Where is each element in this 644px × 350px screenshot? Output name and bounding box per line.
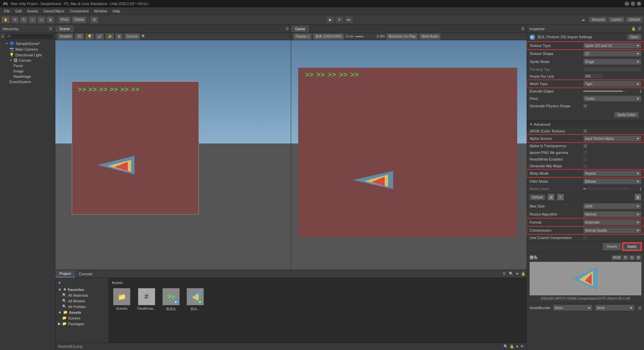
compression-dropdown[interactable]: Normal Quality ▼ (583, 227, 641, 233)
hierarchy-menu-icon[interactable]: ☰ (49, 26, 52, 31)
max-size-dropdown[interactable]: 2048 ▼ (583, 203, 641, 209)
maximize-on-play-btn[interactable]: Maximize On Play (386, 33, 418, 40)
menu-window[interactable]: Window (91, 8, 110, 14)
sidebar-all-materials[interactable]: 🔍 All Materials (57, 292, 107, 298)
project-tab[interactable]: Project (55, 270, 75, 278)
toolbar-rect[interactable]: ▭ (38, 16, 45, 23)
sidebar-packages[interactable]: ▶ 📁 Packages (57, 321, 107, 327)
expand-icon[interactable]: ⇲ (637, 305, 641, 310)
hierarchy-item-panel[interactable]: Panel (0, 63, 55, 68)
assetbundle-variant-dropdown[interactable]: None ▼ (595, 305, 635, 311)
asset-arrow[interactable]: ▶ 箭头... (185, 287, 205, 313)
pause-btn[interactable]: ⏸ (335, 16, 343, 23)
custom-btn[interactable]: ⚙ (91, 16, 98, 23)
eye-icon[interactable]: 👁 (520, 344, 524, 349)
filter-mode-dropdown[interactable]: Bilinear ▼ (583, 178, 641, 184)
account-dropdown[interactable]: Account (589, 17, 607, 22)
hierarchy-item-canvas[interactable]: ▼ 🖼 Canvas (0, 58, 55, 63)
sidebar-all-models[interactable]: 🔍 All Models (57, 298, 107, 304)
sidebar-assets[interactable]: ▼ 📁 Assets (57, 309, 107, 315)
apply-btn[interactable]: Apply (623, 243, 641, 250)
project-icon3[interactable]: 🔒 (520, 272, 527, 276)
toolbar-transform[interactable]: ⊕ (47, 16, 54, 23)
menu-assets[interactable]: Assets (24, 8, 41, 14)
packing-tag-input[interactable] (583, 67, 641, 72)
game-tab[interactable]: Game (291, 25, 310, 32)
close-btn[interactable]: ✕ (637, 1, 641, 6)
hierarchy-item-directionallight[interactable]: 💡 Directional Light (0, 52, 55, 58)
scene-audio-btn[interactable]: 🔊 (95, 33, 104, 40)
monitor-icon[interactable]: 🖥 (548, 194, 554, 200)
toolbar-rotate[interactable]: ↻ (20, 16, 28, 23)
hierarchy-item-eventsystem[interactable]: EventSystem (0, 79, 55, 84)
step-btn[interactable]: ⏭ (345, 16, 353, 23)
read-write-checkbox[interactable] (583, 157, 587, 161)
wrap-mode-dropdown[interactable]: Repeat ▼ (583, 170, 641, 176)
project-icon1[interactable]: 🔍 (508, 272, 515, 276)
inspector-lock-icon[interactable]: 🔒 (631, 26, 636, 31)
trash-icon[interactable]: 🗑 (635, 194, 641, 200)
sprite-editor-btn[interactable]: Sprite Editor (614, 112, 639, 118)
minimize-btn[interactable]: — (625, 1, 629, 6)
hierarchy-search-input[interactable] (5, 34, 54, 39)
project-add-btn[interactable]: + (57, 279, 107, 287)
ignore-png-checkbox[interactable] (583, 151, 587, 155)
texture-type-dropdown[interactable]: Sprite (2D and UI) ▼ (583, 43, 641, 49)
play-btn[interactable]: ▶ (327, 16, 334, 23)
menu-edit[interactable]: Edit (13, 8, 24, 14)
scene-tab[interactable]: Scene (55, 25, 74, 32)
star-icon[interactable]: ★ (516, 344, 519, 349)
scene-grid-btn[interactable]: ⊞ (115, 33, 123, 40)
inspector-menu-icon[interactable]: ☰ (638, 26, 641, 31)
lock-icon[interactable]: 🔒 (509, 344, 514, 349)
rgb-btn[interactable]: RGB (611, 255, 622, 260)
sidebar-favorites[interactable]: ▼ ★ Favorites (57, 287, 107, 292)
maximize-btn[interactable]: □ (631, 1, 635, 6)
pivot-dropdown[interactable]: Center ▼ (583, 96, 641, 102)
g-btn[interactable]: G (629, 255, 635, 260)
b-btn[interactable]: B (636, 255, 641, 260)
r-btn[interactable]: R (623, 255, 628, 260)
gen-physics-checkbox[interactable]: ✓ (583, 104, 587, 108)
sidebar-all-prefabs[interactable]: 🔍 All Prefabs (57, 304, 107, 309)
gizmos-btn[interactable]: Gizmos (124, 33, 140, 40)
default-platform-btn[interactable]: Default (530, 194, 545, 200)
toolbar-hand[interactable]: ✋ (1, 16, 10, 23)
open-btn[interactable]: Open (627, 34, 641, 40)
asset-scenes[interactable]: 📁 Scenes (112, 287, 132, 313)
aniso-slider[interactable] (583, 188, 630, 189)
hierarchy-item-maincamera[interactable]: 📷 Main Camera (0, 46, 55, 52)
alpha-transparency-checkbox[interactable]: ✓ (583, 144, 587, 148)
assetbundle-dropdown[interactable]: None ▼ (553, 305, 593, 311)
resolution-btn[interactable]: 横屏 (1920x1080) (313, 33, 344, 40)
mesh-type-dropdown[interactable]: Tight ▼ (583, 81, 641, 87)
project-menu-icon[interactable]: ☰ (500, 272, 508, 276)
toolbar-move[interactable]: ✛ (11, 16, 19, 23)
hierarchy-add-btn[interactable]: + (1, 34, 4, 39)
hierarchy-item-rawimage[interactable]: RawImage (0, 74, 55, 79)
extrude-slider[interactable] (583, 91, 630, 92)
pivot-btn[interactable]: Pivot (58, 16, 70, 23)
plus-icon[interactable]: + (557, 194, 564, 200)
crunch-checkbox[interactable] (583, 236, 587, 240)
mute-audio-btn[interactable]: Mute Audio (419, 33, 441, 40)
menu-help[interactable]: Help (110, 8, 123, 14)
hierarchy-item-image[interactable]: Image (0, 68, 55, 74)
scene-light-btn[interactable]: 💡 (85, 33, 94, 40)
toolbar-scale[interactable]: ⤢ (29, 16, 36, 23)
hierarchy-item-samplescene[interactable]: ▼ 🔵 SampleScene* (0, 41, 55, 46)
resize-algo-dropdown[interactable]: Mitchell ▼ (583, 211, 641, 217)
game-menu-icon[interactable]: ☰ (519, 26, 527, 31)
menu-file[interactable]: File (1, 8, 13, 14)
gen-mip-checkbox[interactable] (583, 164, 587, 168)
scale-slider[interactable] (355, 36, 375, 37)
revert-btn[interactable]: Revert (603, 243, 621, 250)
menu-gameobject[interactable]: GameObject (41, 8, 67, 14)
asset-double-arrow[interactable]: >> ▶ 双箭头 (161, 287, 181, 313)
search-icon[interactable]: 🔍 (503, 344, 508, 349)
cloud-icon[interactable]: ☁ (581, 17, 585, 22)
2d-btn[interactable]: 2D (75, 33, 84, 40)
pixels-per-unit-input[interactable] (583, 74, 603, 79)
shaded-btn[interactable]: Shaded (57, 33, 73, 40)
display-btn[interactable]: Display 1 (293, 33, 312, 40)
